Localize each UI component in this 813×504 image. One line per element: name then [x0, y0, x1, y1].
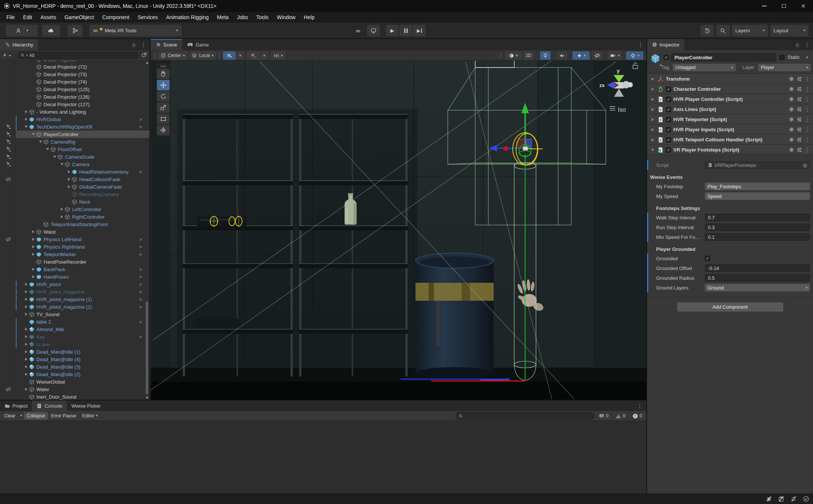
- menu-window[interactable]: Window: [273, 12, 300, 22]
- scene-viewport[interactable]: y zx Iso: [151, 61, 646, 400]
- component-menu-icon[interactable]: ⋮: [804, 76, 810, 82]
- prefab-chevron-icon[interactable]: >: [139, 252, 142, 257]
- menu-gameobject[interactable]: GameObject: [60, 12, 98, 22]
- hierarchy-item[interactable]: Water: [0, 386, 149, 393]
- static-checkbox[interactable]: [779, 55, 784, 60]
- expander[interactable]: [24, 373, 29, 376]
- help-icon[interactable]: ?: [789, 106, 794, 112]
- scrollbar-thumb[interactable]: [146, 302, 148, 394]
- gizmos-dropdown[interactable]: ▾: [626, 51, 643, 60]
- tab-hierarchy[interactable]: Hierarchy: [0, 39, 38, 50]
- camera-settings-dropdown[interactable]: ▾: [608, 51, 622, 60]
- preset-icon[interactable]: [796, 76, 802, 82]
- palette-drag-handle[interactable]: [157, 64, 170, 68]
- compile-ok-icon[interactable]: [803, 496, 809, 502]
- menu-component[interactable]: Component: [98, 12, 133, 22]
- hierarchy-item[interactable]: TeleportMarker>: [0, 250, 149, 258]
- component-expander[interactable]: [650, 118, 655, 121]
- pick-toggle-icon[interactable]: [5, 161, 11, 167]
- expander[interactable]: [59, 163, 65, 165]
- pause-button[interactable]: [399, 25, 412, 36]
- help-icon[interactable]: ?: [789, 96, 794, 102]
- snap-increment-caret[interactable]: ▾: [260, 51, 268, 60]
- pick-toggle-icon[interactable]: [5, 154, 11, 160]
- component-enabled-checkbox[interactable]: ✓: [666, 147, 671, 153]
- expander[interactable]: [31, 268, 36, 271]
- gameobject-name-field[interactable]: PlayerController: [671, 53, 776, 62]
- prefab-chevron-icon[interactable]: >: [139, 274, 142, 280]
- version-control-button[interactable]: [68, 25, 83, 36]
- step-button[interactable]: ▶: [413, 25, 426, 36]
- cache-server-off-icon[interactable]: [778, 496, 784, 502]
- help-icon[interactable]: ?: [789, 147, 794, 153]
- component-header-axis-lines-script-[interactable]: #✓Axis Lines (Script)?⋮: [647, 104, 813, 114]
- hierarchy-item[interactable]: HandPoses>: [0, 273, 149, 280]
- hierarchy-search-input[interactable]: ▾ All: [17, 52, 139, 59]
- hierarchy-item[interactable]: Neck: [0, 198, 149, 206]
- clear-button[interactable]: Clear: [2, 412, 18, 420]
- play-button[interactable]: ▶: [386, 25, 399, 36]
- expander[interactable]: [24, 283, 29, 286]
- prefab-chevron-icon[interactable]: >: [139, 334, 142, 340]
- hierarchy-item[interactable]: RecordingCamera: [0, 190, 149, 198]
- hierarchy-item[interactable]: HeadCollisionFade: [0, 176, 149, 183]
- scene-picker-icon[interactable]: [142, 52, 147, 58]
- component-header-hvr-player-controller-script-[interactable]: #✓HVR Player Controller (Script)?⋮: [647, 94, 813, 104]
- component-header-hvr-teleporter-script-[interactable]: #✓HVR Teleporter (Script)?⋮: [647, 114, 813, 124]
- component-menu-icon[interactable]: ⋮: [804, 106, 810, 113]
- hierarchy-item[interactable]: Waist: [0, 228, 149, 236]
- hierarchy-item[interactable]: WwiseGlobal: [0, 378, 149, 386]
- auto-refresh-off-icon[interactable]: [790, 496, 797, 502]
- maximize-button[interactable]: [774, 0, 793, 12]
- hierarchy-item[interactable]: Physics RightHand>: [0, 243, 149, 250]
- hierarchy-item[interactable]: CameraScale: [0, 153, 149, 160]
- prefab-chevron-icon[interactable]: >: [139, 124, 142, 130]
- expander[interactable]: [24, 343, 29, 346]
- menu-meta[interactable]: Meta: [213, 12, 233, 22]
- property-field[interactable]: 0.1: [705, 233, 810, 241]
- hierarchy-item[interactable]: HVR_pistol_magazine>: [0, 288, 149, 296]
- static-caret-icon[interactable]: ▾: [806, 56, 808, 59]
- component-enabled-checkbox[interactable]: ✓: [666, 127, 671, 132]
- layers-dropdown[interactable]: Layers▾: [732, 25, 768, 36]
- scroll-up-icon[interactable]: [146, 62, 149, 64]
- visibility-off-icon[interactable]: [5, 176, 11, 182]
- property-field[interactable]: 0.3: [705, 224, 810, 231]
- preset-icon[interactable]: [796, 96, 802, 102]
- expander[interactable]: [31, 238, 36, 241]
- effects-dropdown[interactable]: ▾: [572, 51, 590, 60]
- pivot-mode-dropdown[interactable]: Center▾: [158, 51, 188, 60]
- expander[interactable]: [66, 170, 72, 173]
- expander[interactable]: [24, 358, 29, 361]
- hierarchy-item[interactable]: Inert_Door_Sound: [0, 393, 149, 400]
- expander[interactable]: [38, 141, 43, 143]
- hierarchy-item[interactable]: Decal Projector (74): [0, 78, 149, 86]
- expander[interactable]: [24, 350, 29, 353]
- hierarchy-item[interactable]: Dead_Man@Idle (1): [0, 348, 149, 356]
- property-field[interactable]: 0.5: [705, 274, 810, 282]
- preset-icon[interactable]: [796, 137, 802, 142]
- help-icon[interactable]: ?: [789, 76, 794, 82]
- preset-icon[interactable]: [796, 147, 802, 153]
- hierarchy-item[interactable]: Dead_Man@Idle (3): [0, 363, 149, 370]
- search-button[interactable]: [716, 25, 730, 36]
- menu-services[interactable]: Services: [134, 12, 162, 22]
- transform-tool[interactable]: [157, 125, 170, 135]
- menu-edit[interactable]: Edit: [19, 12, 36, 22]
- prefab-chevron-icon[interactable]: >: [139, 304, 142, 310]
- unit-snap-toggle[interactable]: ▾: [271, 51, 285, 60]
- snap-increment-toggle[interactable]: [247, 51, 260, 60]
- prefab-chevron-icon[interactable]: >: [139, 237, 142, 242]
- hierarchy-item[interactable]: FloorOffset: [0, 146, 149, 153]
- property-field[interactable]: Speed: [705, 192, 810, 200]
- component-enabled-checkbox[interactable]: ✓: [666, 137, 671, 142]
- component-header-hvr-teleport-collison-handler-script-[interactable]: #✓HVR Teleport Collison Handler (Script)…: [647, 135, 813, 145]
- panel-menu-icon[interactable]: ⋮: [638, 41, 643, 48]
- audio-toggle[interactable]: [557, 51, 567, 60]
- hierarchy-item[interactable]: HVR_pistol>: [0, 280, 149, 288]
- component-header-character-controller[interactable]: ✓Character Controller?⋮: [647, 84, 813, 94]
- tab-wwise-picker[interactable]: Wwise Picker: [67, 400, 105, 411]
- hierarchy-item[interactable]: HVR_pistol_magazine (2)>: [0, 303, 149, 310]
- menu-assets[interactable]: Assets: [36, 12, 60, 22]
- lock-icon[interactable]: [795, 42, 800, 47]
